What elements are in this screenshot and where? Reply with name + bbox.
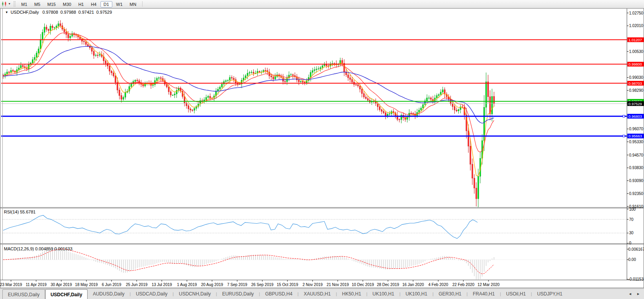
svg-text:26 Sep 2019: 26 Sep 2019 (251, 283, 274, 287)
svg-text:1.00530: 1.00530 (629, 49, 644, 54)
svg-text:25 Jun 2019: 25 Jun 2019 (126, 283, 147, 287)
svg-text:7 Sep 2019: 7 Sep 2019 (227, 283, 247, 287)
svg-text:0.97529: 0.97529 (629, 102, 642, 106)
svg-text:10 Dec 2019: 10 Dec 2019 (352, 283, 374, 287)
svg-text:1 Aug 2019: 1 Aug 2019 (177, 283, 197, 287)
svg-text:0.006167: 0.006167 (628, 247, 644, 252)
svg-text:16 Jan 2020: 16 Jan 2020 (402, 283, 424, 287)
svg-text:70: 70 (629, 217, 634, 222)
svg-text:11 Apr 2019: 11 Apr 2019 (26, 283, 47, 287)
svg-text:0.99030: 0.99030 (629, 75, 644, 80)
tab-USDCNH-Daily[interactable]: USDCNH,Daily (174, 289, 216, 299)
bottom-tab-bar: EURUSD,DailyUSDCHF,DailyAUDUSD,Daily|USD… (0, 288, 644, 299)
svg-text:0.96070: 0.96070 (629, 127, 644, 131)
candlestick-chart-icon[interactable] (1, 1, 7, 7)
tab-USDCAD-Daily[interactable]: USDCAD,Daily (131, 289, 173, 299)
tab-GER30-H1[interactable]: GER30,H1 (434, 289, 467, 299)
svg-text:0.94570: 0.94570 (629, 153, 644, 157)
toolbar: ▾ M1M5M15M30H1H4D1W1MN (0, 0, 644, 8)
svg-text:2 Nov 2019: 2 Nov 2019 (302, 283, 323, 287)
macd-indicator-pane (3, 248, 627, 279)
svg-text:100: 100 (629, 207, 636, 211)
tab-GBPUSD-H4[interactable]: GBPUSD,H4 (260, 289, 297, 299)
svg-text:0.00: 0.00 (628, 257, 636, 262)
svg-text:4 Feb 2020: 4 Feb 2020 (428, 283, 448, 287)
svg-text:1.02010: 1.02010 (629, 24, 644, 28)
candlestick-series (3, 20, 495, 208)
svg-text:30: 30 (629, 231, 634, 235)
svg-text:0.98290: 0.98290 (629, 88, 644, 93)
svg-text:0.95663: 0.95663 (629, 134, 642, 138)
timeframe-button-H1[interactable]: H1 (75, 1, 87, 7)
svg-text:0: 0 (629, 241, 631, 245)
timeframe-button-M30[interactable]: M30 (60, 1, 74, 7)
svg-text:0.95330: 0.95330 (629, 140, 644, 144)
svg-text:22 Feb 2020: 22 Feb 2020 (452, 283, 475, 287)
toolbar-separator (142, 1, 143, 7)
tab-USDCHF-Daily[interactable]: USDCHF,Daily (45, 289, 88, 299)
tab-AUDUSD-Daily[interactable]: AUDUSD,Daily (88, 289, 130, 299)
chart-tabs: EURUSD,DailyUSDCHF,DailyAUDUSD,Daily|USD… (2, 289, 567, 299)
toolbar-grip[interactable] (14, 1, 15, 7)
svg-text:-0.011531: -0.011531 (628, 277, 644, 281)
tab-HK50-H1[interactable]: HK50,H1 (337, 289, 366, 299)
svg-text:0.96803: 0.96803 (629, 114, 642, 119)
date-axis: 23 Mar 201911 Apr 201930 Apr 201918 May … (0, 280, 500, 287)
svg-text:30 Apr 2019: 30 Apr 2019 (51, 283, 72, 287)
tab-scroll-arrows: ◄ ► (628, 289, 644, 299)
svg-text:21 Nov 2019: 21 Nov 2019 (327, 283, 349, 287)
timeframe-button-M15[interactable]: M15 (44, 1, 59, 7)
svg-text:1.02750: 1.02750 (629, 11, 644, 15)
chart-window: 1.027501.020101.005300.990300.982900.960… (0, 8, 644, 288)
chart-canvas[interactable]: 1.027501.020101.005300.990300.982900.960… (0, 8, 644, 288)
tab-UK100-H1[interactable]: UK100,H1 (368, 289, 399, 299)
chart-type-dropdown-caret-icon[interactable]: ▾ (9, 2, 10, 5)
svg-text:6 Jun 2019: 6 Jun 2019 (102, 283, 121, 287)
window-frame (0, 9, 644, 288)
svg-text:20 Aug 2019: 20 Aug 2019 (201, 283, 223, 287)
rsi-indicator-pane (3, 215, 627, 239)
svg-text:0.93830: 0.93830 (629, 166, 644, 170)
price-axis: 1.027501.020101.005300.990300.982900.960… (623, 11, 644, 282)
tab-EURUSD-Daily[interactable]: EURUSD,Daily (217, 289, 259, 299)
timeframe-button-MN[interactable]: MN (126, 1, 139, 7)
tab-scroll-left-icon[interactable]: ◄ (628, 292, 632, 296)
tab-EURUSD-Daily[interactable]: EURUSD,Daily (2, 289, 45, 299)
timeframe-button-W1[interactable]: W1 (113, 1, 126, 7)
tab-XAUUSD-H1[interactable]: XAUUSD,H1 (298, 289, 336, 299)
svg-text:13 Jul 2019: 13 Jul 2019 (152, 283, 172, 287)
tab-UK100-H1[interactable]: UK100,H1 (401, 289, 432, 299)
tab-FRA40-H1[interactable]: FRA40,H1 (468, 289, 500, 299)
svg-text:18 May 2019: 18 May 2019 (75, 283, 98, 287)
timeframe-button-D1[interactable]: D1 (101, 1, 112, 7)
horizontal-level-lines[interactable] (1, 40, 627, 136)
svg-text:0.93090: 0.93090 (629, 179, 644, 183)
timeframe-button-M1[interactable]: M1 (18, 1, 30, 7)
tab-USOil-H1[interactable]: USOil,H1 (501, 289, 531, 299)
svg-text:28 Dec 2019: 28 Dec 2019 (377, 283, 399, 287)
tab-USDJPY-H1[interactable]: USDJPY,H1 (532, 289, 567, 299)
svg-text:0.99800: 0.99800 (629, 62, 642, 66)
svg-text:12 Mar 2020: 12 Mar 2020 (478, 283, 500, 287)
svg-text:0.98703: 0.98703 (629, 81, 642, 86)
svg-text:23 Mar 2019: 23 Mar 2019 (0, 283, 22, 287)
timeframe-button-H4[interactable]: H4 (88, 1, 99, 7)
svg-text:15 Oct 2019: 15 Oct 2019 (277, 283, 298, 287)
timeframe-button-M5[interactable]: M5 (31, 1, 43, 7)
svg-text:1.01207: 1.01207 (629, 38, 642, 42)
timeframe-button-group: M1M5M15M30H1H4D1W1MN (18, 0, 140, 7)
mt4-terminal: { "toolbar": { "tool_icon": "candlestick… (0, 0, 644, 299)
svg-text:0.92350: 0.92350 (629, 191, 644, 196)
tab-scroll-right-icon[interactable]: ► (637, 292, 640, 296)
